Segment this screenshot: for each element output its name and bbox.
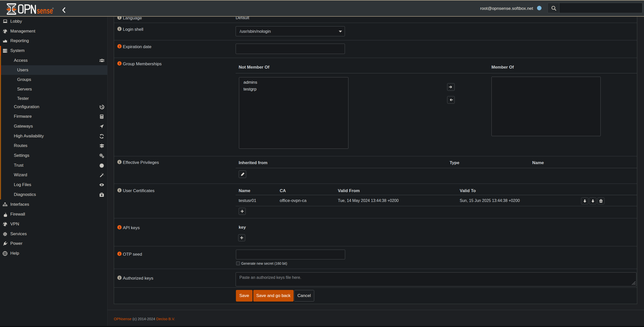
svg-text:sense: sense	[37, 6, 53, 15]
svg-text:®: ®	[52, 7, 54, 10]
